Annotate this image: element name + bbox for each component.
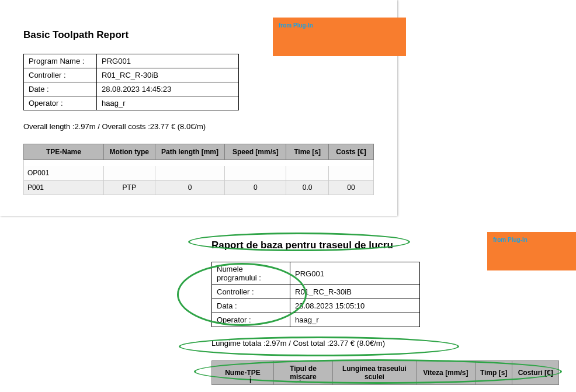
- cell-path: 0: [155, 181, 225, 195]
- cell-time: 0.0: [286, 181, 329, 195]
- meta-table: Program Name : PRG001 Controller : R01_R…: [23, 54, 239, 110]
- date-value: 28.08.2023 15:05:10: [290, 299, 420, 313]
- cell-motion: [103, 166, 155, 181]
- program-name-value: PRG001: [290, 262, 420, 285]
- controller-label: Controller :: [24, 68, 97, 82]
- col-motion-type: Tipul de mișcare: [274, 361, 333, 385]
- cell-time: [286, 166, 329, 181]
- operator-label: Operator :: [24, 96, 97, 110]
- cell-speed: [225, 166, 286, 181]
- operator-value: haag_r: [290, 313, 420, 327]
- data-table: TPE-Name Motion type Path length [mm] Sp…: [23, 144, 374, 195]
- operator-value: haag_r: [97, 96, 239, 110]
- cell-name: OP001: [24, 166, 104, 181]
- col-path-length: Path length [mm]: [155, 144, 225, 160]
- cell-cost: [328, 166, 373, 181]
- summary-line: Lungime totala :2.97m / Cost total :23.7…: [211, 339, 553, 348]
- operator-label: Operator :: [212, 313, 290, 327]
- controller-value: R01_RC_R-30iB: [97, 68, 239, 82]
- controller-value: R01_RC_R-30iB: [290, 285, 420, 299]
- col-time: Time [s]: [286, 144, 329, 160]
- col-costs: Costuri [€]: [512, 361, 559, 385]
- program-name-label: Program Name :: [24, 54, 97, 68]
- controller-label: Controller :: [212, 285, 290, 299]
- col-speed: Speed [mm/s]: [225, 144, 286, 160]
- spacer: [24, 160, 374, 166]
- cell-speed: 0: [225, 181, 286, 195]
- cell-cost: 00: [328, 181, 373, 195]
- plugin-badge-label: from Plug-In: [279, 22, 313, 29]
- table-row: OP001: [24, 166, 374, 181]
- meta-table: Numele programului : PRG001 Controller :…: [211, 262, 420, 327]
- date-label: Date :: [24, 82, 97, 96]
- report-english: from Plug-In Basic Toolpath Report Progr…: [0, 0, 397, 216]
- report-romanian: from Plug-In Raport de baza pentru trase…: [188, 231, 576, 392]
- summary-line: Overall length :2.97m / Overall costs :2…: [23, 122, 374, 131]
- col-costs: Costs [€]: [328, 144, 373, 160]
- cell-path: [155, 166, 225, 181]
- data-table: Nume-TPE Tipul de mișcare Lungimea trase…: [211, 360, 559, 385]
- program-name-label: Numele programului :: [212, 262, 290, 285]
- col-path-length: Lungimea traseului sculei: [332, 361, 416, 385]
- col-time: Timp [s]: [475, 361, 512, 385]
- plugin-badge: from Plug-In: [273, 18, 406, 56]
- program-name-value: PRG001: [97, 54, 239, 68]
- cell-name: P001: [24, 181, 104, 195]
- plugin-badge: from Plug-In: [487, 232, 576, 270]
- date-label: Data :: [212, 299, 290, 313]
- col-motion-type: Motion type: [103, 144, 155, 160]
- date-value: 28.08.2023 14:45:23: [97, 82, 239, 96]
- table-row: P001 PTP 0 0 0.0 00: [24, 181, 374, 195]
- cell-motion: PTP: [103, 181, 155, 195]
- col-tpe-name: Nume-TPE: [212, 361, 274, 385]
- col-tpe-name: TPE-Name: [24, 144, 104, 160]
- col-speed: Viteza [mm/s]: [417, 361, 476, 385]
- plugin-badge-label: from Plug-In: [493, 237, 528, 243]
